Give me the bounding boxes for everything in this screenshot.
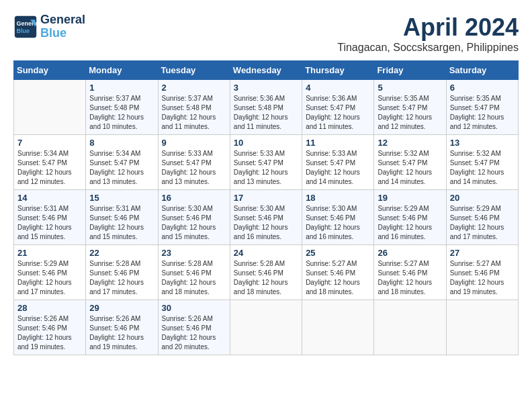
calendar-cell: 12Sunrise: 5:32 AM Sunset: 5:47 PM Dayli… xyxy=(374,135,446,190)
calendar-cell: 11Sunrise: 5:33 AM Sunset: 5:47 PM Dayli… xyxy=(302,135,374,190)
day-info: Sunrise: 5:29 AM Sunset: 5:46 PM Dayligh… xyxy=(450,204,515,242)
calendar-cell: 7Sunrise: 5:34 AM Sunset: 5:47 PM Daylig… xyxy=(14,135,86,190)
weekday-header-sunday: Sunday xyxy=(14,61,86,80)
day-info: Sunrise: 5:37 AM Sunset: 5:48 PM Dayligh… xyxy=(162,94,226,132)
day-info: Sunrise: 5:31 AM Sunset: 5:46 PM Dayligh… xyxy=(89,204,154,242)
calendar-week-row: 1Sunrise: 5:37 AM Sunset: 5:48 PM Daylig… xyxy=(14,80,519,135)
weekday-header-friday: Friday xyxy=(374,61,446,80)
calendar-cell: 22Sunrise: 5:28 AM Sunset: 5:46 PM Dayli… xyxy=(86,245,158,300)
weekday-header-row: SundayMondayTuesdayWednesdayThursdayFrid… xyxy=(14,61,519,80)
day-info: Sunrise: 5:27 AM Sunset: 5:46 PM Dayligh… xyxy=(306,259,370,297)
calendar-subtitle: Tinagacan, Soccsksargen, Philippines xyxy=(337,42,519,54)
day-number: 17 xyxy=(234,193,298,203)
day-info: Sunrise: 5:28 AM Sunset: 5:46 PM Dayligh… xyxy=(162,259,226,297)
day-info: Sunrise: 5:29 AM Sunset: 5:46 PM Dayligh… xyxy=(378,204,442,242)
logo: General Blue General Blue xyxy=(13,13,85,40)
calendar-cell: 10Sunrise: 5:33 AM Sunset: 5:47 PM Dayli… xyxy=(230,135,302,190)
calendar-cell: 20Sunrise: 5:29 AM Sunset: 5:46 PM Dayli… xyxy=(446,190,518,245)
day-number: 16 xyxy=(162,193,226,203)
day-number: 14 xyxy=(17,193,82,203)
calendar-cell: 26Sunrise: 5:27 AM Sunset: 5:46 PM Dayli… xyxy=(374,245,446,300)
calendar-week-row: 21Sunrise: 5:29 AM Sunset: 5:46 PM Dayli… xyxy=(14,245,519,300)
day-info: Sunrise: 5:28 AM Sunset: 5:46 PM Dayligh… xyxy=(89,259,154,297)
day-info: Sunrise: 5:33 AM Sunset: 5:47 PM Dayligh… xyxy=(306,149,370,187)
day-info: Sunrise: 5:26 AM Sunset: 5:46 PM Dayligh… xyxy=(17,314,82,352)
calendar-cell: 5Sunrise: 5:35 AM Sunset: 5:47 PM Daylig… xyxy=(374,80,446,135)
calendar-cell: 17Sunrise: 5:30 AM Sunset: 5:46 PM Dayli… xyxy=(230,190,302,245)
svg-text:Blue: Blue xyxy=(17,28,30,34)
day-info: Sunrise: 5:27 AM Sunset: 5:46 PM Dayligh… xyxy=(378,259,442,297)
calendar-cell: 21Sunrise: 5:29 AM Sunset: 5:46 PM Dayli… xyxy=(14,245,86,300)
calendar-table: SundayMondayTuesdayWednesdayThursdayFrid… xyxy=(13,60,519,355)
calendar-cell: 18Sunrise: 5:30 AM Sunset: 5:46 PM Dayli… xyxy=(302,190,374,245)
calendar-cell: 1Sunrise: 5:37 AM Sunset: 5:48 PM Daylig… xyxy=(86,80,158,135)
day-number: 20 xyxy=(450,193,515,203)
calendar-cell: 15Sunrise: 5:31 AM Sunset: 5:46 PM Dayli… xyxy=(86,190,158,245)
calendar-cell: 27Sunrise: 5:27 AM Sunset: 5:46 PM Dayli… xyxy=(446,245,518,300)
calendar-cell: 19Sunrise: 5:29 AM Sunset: 5:46 PM Dayli… xyxy=(374,190,446,245)
calendar-week-row: 14Sunrise: 5:31 AM Sunset: 5:46 PM Dayli… xyxy=(14,190,519,245)
day-number: 7 xyxy=(17,138,82,148)
day-info: Sunrise: 5:29 AM Sunset: 5:46 PM Dayligh… xyxy=(17,259,82,297)
day-number: 26 xyxy=(378,248,442,258)
title-section: April 2024 Tinagacan, Soccsksargen, Phil… xyxy=(337,13,519,54)
day-number: 28 xyxy=(17,303,82,313)
day-number: 8 xyxy=(89,138,154,148)
logo-icon: General Blue xyxy=(13,15,38,39)
weekday-header-thursday: Thursday xyxy=(302,61,374,80)
day-number: 19 xyxy=(378,193,442,203)
calendar-cell xyxy=(446,300,518,355)
day-info: Sunrise: 5:33 AM Sunset: 5:47 PM Dayligh… xyxy=(234,149,298,187)
calendar-week-row: 28Sunrise: 5:26 AM Sunset: 5:46 PM Dayli… xyxy=(14,300,519,355)
day-number: 5 xyxy=(378,83,442,93)
calendar-cell: 25Sunrise: 5:27 AM Sunset: 5:46 PM Dayli… xyxy=(302,245,374,300)
calendar-cell: 14Sunrise: 5:31 AM Sunset: 5:46 PM Dayli… xyxy=(14,190,86,245)
day-number: 13 xyxy=(450,138,515,148)
day-info: Sunrise: 5:26 AM Sunset: 5:46 PM Dayligh… xyxy=(89,314,154,352)
weekday-header-tuesday: Tuesday xyxy=(158,61,230,80)
day-info: Sunrise: 5:34 AM Sunset: 5:47 PM Dayligh… xyxy=(89,149,154,187)
day-number: 11 xyxy=(306,138,370,148)
day-number: 12 xyxy=(378,138,442,148)
calendar-cell: 29Sunrise: 5:26 AM Sunset: 5:46 PM Dayli… xyxy=(86,300,158,355)
day-info: Sunrise: 5:36 AM Sunset: 5:47 PM Dayligh… xyxy=(306,94,370,132)
day-info: Sunrise: 5:35 AM Sunset: 5:47 PM Dayligh… xyxy=(450,94,515,132)
day-number: 18 xyxy=(306,193,370,203)
day-info: Sunrise: 5:36 AM Sunset: 5:48 PM Dayligh… xyxy=(234,94,298,132)
day-info: Sunrise: 5:33 AM Sunset: 5:47 PM Dayligh… xyxy=(162,149,226,187)
day-info: Sunrise: 5:31 AM Sunset: 5:46 PM Dayligh… xyxy=(17,204,82,242)
day-number: 25 xyxy=(306,248,370,258)
day-number: 6 xyxy=(450,83,515,93)
day-info: Sunrise: 5:28 AM Sunset: 5:46 PM Dayligh… xyxy=(234,259,298,297)
day-number: 9 xyxy=(162,138,226,148)
logo-text-line2: Blue xyxy=(40,27,85,40)
calendar-cell: 30Sunrise: 5:26 AM Sunset: 5:46 PM Dayli… xyxy=(158,300,230,355)
day-number: 22 xyxy=(89,248,154,258)
day-number: 3 xyxy=(234,83,298,93)
calendar-cell xyxy=(374,300,446,355)
day-info: Sunrise: 5:30 AM Sunset: 5:46 PM Dayligh… xyxy=(234,204,298,242)
calendar-cell: 24Sunrise: 5:28 AM Sunset: 5:46 PM Dayli… xyxy=(230,245,302,300)
day-number: 10 xyxy=(234,138,298,148)
day-number: 4 xyxy=(306,83,370,93)
day-number: 24 xyxy=(234,248,298,258)
day-number: 2 xyxy=(162,83,226,93)
day-number: 29 xyxy=(89,303,154,313)
logo-text-line1: General xyxy=(40,13,85,27)
calendar-cell: 13Sunrise: 5:32 AM Sunset: 5:47 PM Dayli… xyxy=(446,135,518,190)
day-number: 15 xyxy=(89,193,154,203)
day-number: 1 xyxy=(89,83,154,93)
day-number: 21 xyxy=(17,248,82,258)
calendar-cell: 2Sunrise: 5:37 AM Sunset: 5:48 PM Daylig… xyxy=(158,80,230,135)
day-number: 27 xyxy=(450,248,515,258)
weekday-header-wednesday: Wednesday xyxy=(230,61,302,80)
day-info: Sunrise: 5:37 AM Sunset: 5:48 PM Dayligh… xyxy=(89,94,154,132)
calendar-week-row: 7Sunrise: 5:34 AM Sunset: 5:47 PM Daylig… xyxy=(14,135,519,190)
calendar-cell: 3Sunrise: 5:36 AM Sunset: 5:48 PM Daylig… xyxy=(230,80,302,135)
day-info: Sunrise: 5:32 AM Sunset: 5:47 PM Dayligh… xyxy=(378,149,442,187)
calendar-title: April 2024 xyxy=(337,13,519,42)
day-info: Sunrise: 5:30 AM Sunset: 5:46 PM Dayligh… xyxy=(162,204,226,242)
calendar-cell: 9Sunrise: 5:33 AM Sunset: 5:47 PM Daylig… xyxy=(158,135,230,190)
day-info: Sunrise: 5:35 AM Sunset: 5:47 PM Dayligh… xyxy=(378,94,442,132)
calendar-cell: 28Sunrise: 5:26 AM Sunset: 5:46 PM Dayli… xyxy=(14,300,86,355)
